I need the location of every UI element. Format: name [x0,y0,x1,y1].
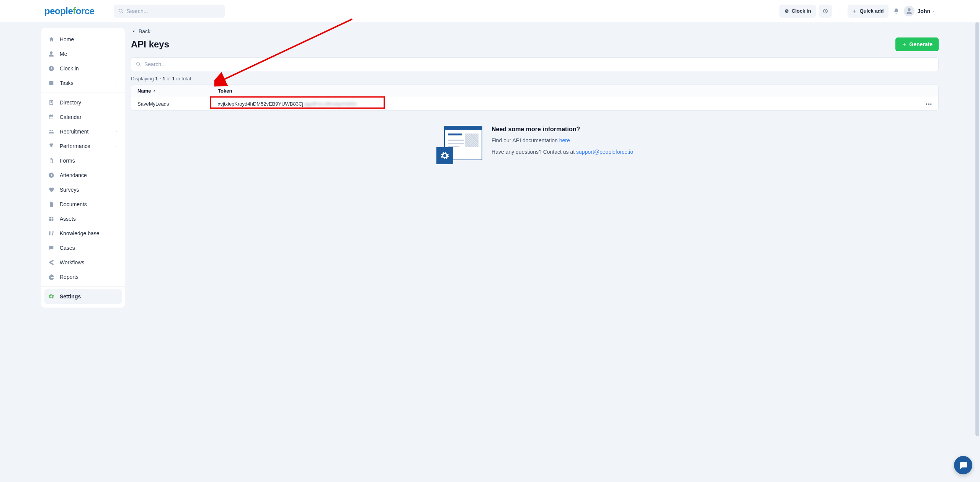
sidebar-item-label: Surveys [60,187,79,193]
file-icon [48,201,54,207]
home-icon [48,36,54,42]
back-link[interactable]: Back [131,28,150,34]
stopwatch-icon [784,8,789,14]
list-search-input[interactable] [131,57,939,71]
sidebar-item-cases[interactable]: Cases [41,241,125,255]
sidebar-item-label: Reports [60,274,78,280]
search-placeholder: Search... [127,8,148,14]
col-header-label: Token [218,88,232,94]
sidebar-item-workflows[interactable]: Workflows [41,255,125,270]
logo-part: f [73,6,76,16]
main-content: Back API keys Generate Displaying 1 - 1 … [131,28,939,308]
info-line1: Find our API documentation here [492,137,633,143]
sidebar-item-label: Cases [60,245,75,251]
clipboard-icon [48,158,54,164]
row-actions-button[interactable]: ••• [926,101,932,107]
sidebar-item-label: Forms [60,158,75,164]
person-icon [906,8,913,15]
cell-token[interactable]: xvjtxiepKroyd4hDM52vEB9YUWB83Cjagy8FoLc8… [218,101,917,107]
quick-add-button[interactable]: Quick add [848,5,889,18]
sidebar-item-label: Knowledge base [60,230,100,236]
sidebar-item-forms[interactable]: Forms [41,153,125,168]
clock-icon [48,172,54,178]
sidebar-item-label: Calendar [60,114,82,120]
clock-icon [48,65,54,72]
generate-button[interactable]: Generate [895,37,939,51]
api-docs-link[interactable]: here [559,137,570,143]
sidebar-item-knowledge-base[interactable]: Knowledge base [41,226,125,241]
sidebar-item-clock-in[interactable]: Clock in [41,61,125,76]
sidebar-item-directory[interactable]: Directory [41,95,125,110]
col-header-token[interactable]: Token [218,88,917,94]
sidebar-item-home[interactable]: Home [41,32,125,47]
generate-label: Generate [909,41,933,47]
caret-down-icon [932,9,936,13]
notifications-icon[interactable] [893,8,899,14]
sidebar-item-assets[interactable]: Assets [41,212,125,226]
support-email-link[interactable]: support@peopleforce.io [576,149,633,155]
global-search-input[interactable]: Search... [114,5,225,18]
logo[interactable]: peopleforce [44,6,95,16]
sidebar-item-label: Home [60,36,74,42]
clock-in-label: Clock in [792,8,811,14]
gear-badge-icon [436,147,453,164]
chevron-right-icon [115,130,118,133]
avatar [904,6,915,16]
chevron-right-icon [115,81,118,85]
sidebar-item-reports[interactable]: Reports [41,270,125,284]
clock-history-button[interactable] [819,5,832,18]
divider [41,287,125,287]
divider [838,4,838,18]
boxes-icon [48,216,54,222]
user-name: John [918,8,930,14]
user-menu[interactable]: John [904,6,936,16]
scrollbar[interactable] [975,22,980,308]
search-icon [136,62,141,67]
info-line2: Have any questions? Contact us at suppor… [492,149,633,155]
sidebar-item-label: Clock in [60,65,79,72]
sidebar-item-performance[interactable]: Performance [41,139,125,153]
sidebar-item-me[interactable]: Me [41,47,125,61]
addressbook-icon [48,99,54,106]
chevron-left-icon [131,29,136,34]
info-card: Need some more information? Find our API… [131,126,939,164]
info-heading: Need some more information? [492,126,633,133]
quick-add-label: Quick add [860,8,884,14]
sidebar-item-tasks[interactable]: Tasks [41,76,125,90]
api-keys-table: Name Token SaveMyLeads xvjtxiepKroyd4hDM… [131,85,939,111]
sidebar-item-label: Recruitment [60,129,88,135]
sort-asc-icon [152,89,156,93]
sidebar-item-settings[interactable]: Settings [44,289,122,304]
user-icon [48,51,54,57]
sidebar-item-surveys[interactable]: Surveys [41,182,125,197]
app-header: peopleforce Search... Clock in Quick add… [0,0,980,22]
col-header-label: Name [137,88,151,94]
sidebar-item-label: Tasks [60,80,74,86]
sidebar-item-label: Assets [60,216,76,222]
calendar-icon [48,114,54,120]
chevron-right-icon [115,145,118,148]
sidebar-item-recruitment[interactable]: Recruitment [41,124,125,139]
sidebar-item-label: Workflows [60,259,84,265]
library-icon [48,230,54,236]
scrollbar-thumb[interactable] [975,22,979,308]
sidebar-item-label: Settings [60,293,81,300]
table-row: SaveMyLeads xvjtxiepKroyd4hDM52vEB9YUWB8… [131,97,938,110]
clock-in-button[interactable]: Clock in [779,5,816,18]
sidebar-item-attendance[interactable]: Attendance [41,168,125,182]
trophy-icon [48,143,54,149]
list-search-field[interactable] [144,61,934,67]
table-header: Name Token [131,85,938,97]
sidebar-item-label: Performance [60,143,90,149]
token-visible: xvjtxiepKroyd4hDM52vEB9YUWB83Cj [218,101,303,107]
sidebar-item-calendar[interactable]: Calendar [41,110,125,124]
sidebar-item-documents[interactable]: Documents [41,197,125,212]
gear-icon [48,293,54,300]
col-header-name[interactable]: Name [137,88,218,94]
plus-icon [852,8,858,14]
token-hidden: agy8FoLc8KwdpXN0Dz [304,101,357,107]
sidebar: Home Me Clock in Tasks Directory Calenda… [41,28,125,308]
clock-icon [823,8,828,14]
users-icon [48,129,54,135]
logo-part: people [44,6,73,16]
